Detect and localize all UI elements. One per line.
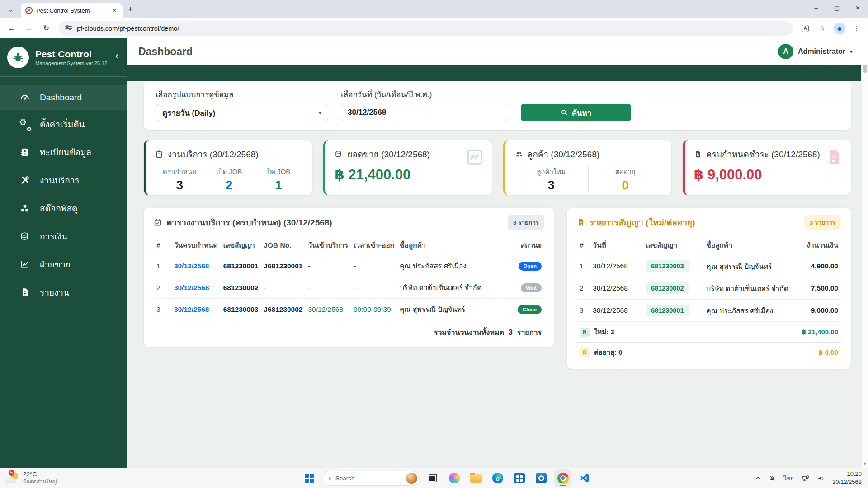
translate-icon[interactable]: A: [798, 22, 812, 35]
table-row[interactable]: 1 30/12/2568 681230003 คุณ สุพรรณี ปัญจั…: [577, 255, 841, 277]
stat-value: 3: [155, 178, 204, 192]
reload-button[interactable]: ↻: [39, 21, 53, 36]
contract-no-badge[interactable]: 681230001: [646, 305, 689, 316]
due-amount: ฿ 9,000.00: [694, 166, 842, 183]
sidebar-item-finance[interactable]: การเงิน: [0, 222, 127, 250]
amount: 4,900.00: [799, 255, 841, 277]
gears-icon: ⚙⚙: [19, 119, 31, 130]
sidebar-item-service-jobs[interactable]: งานบริการ: [0, 166, 127, 194]
due-date-link[interactable]: 30/12/2568: [171, 277, 221, 299]
edge-button[interactable]: e: [489, 469, 506, 487]
card-title: ครบกำหนดชำระ (30/12/2568): [706, 147, 820, 161]
taskbar-clock[interactable]: 10:20 30/12/2568: [832, 470, 862, 486]
taskbar-search-box[interactable]: ⌕ Search: [322, 471, 420, 486]
due-date-link[interactable]: 30/12/2568: [171, 255, 221, 277]
sidebar-item-sales[interactable]: ฝ่ายขาย: [0, 250, 127, 278]
contract-date: 30/12/2568: [590, 255, 643, 277]
card-title: ยอดขาย (30/12/2568): [347, 147, 430, 161]
customer-stat-card: ลูกค้า (30/12/2568) ลูกค้าใหม่3 ต่ออายุ0: [503, 140, 671, 195]
browser-profile-avatar[interactable]: ☻: [833, 22, 846, 35]
browser-tab-strip: ⌄ Pest Control System ✕ + – ▢ ✕: [0, 0, 868, 18]
new-tab-button[interactable]: +: [128, 5, 133, 14]
forward-button[interactable]: →: [22, 21, 36, 36]
browser-menu-icon[interactable]: ⋮: [850, 22, 863, 35]
due-date-link[interactable]: 30/12/2568: [171, 299, 221, 320]
amount: 9,000.00: [799, 300, 841, 322]
microsoft-store-button[interactable]: [511, 469, 528, 487]
filter-panel: เลือกรูปแบบการดูข้อมูล ดูรายวัน (Daily) …: [144, 81, 851, 130]
col-header: จำนวนเงิน: [799, 235, 841, 255]
stat-label: ครบกำหนด: [155, 166, 204, 177]
sidebar-item-initial-settings[interactable]: ⚙⚙ ตั้งค่าเริ่มต้น: [0, 110, 127, 138]
do-not-disturb-icon[interactable]: [769, 474, 776, 482]
vscode-button[interactable]: [576, 469, 593, 487]
clipboard-icon: [155, 150, 163, 158]
col-header: เลขสัญญา: [643, 235, 703, 255]
language-indicator[interactable]: ไทย: [783, 474, 794, 483]
volume-icon[interactable]: [817, 474, 825, 482]
service-stat-card: งานบริการ (30/12/2568) ครบกำหนด3 เปิด JO…: [144, 140, 312, 195]
summary-row-renew: Oต่ออายุ: 0 ฿ 0.00: [577, 342, 841, 362]
tab-close-icon[interactable]: ✕: [111, 7, 118, 14]
row-index: 3: [154, 299, 171, 320]
file-explorer-button[interactable]: [467, 469, 485, 487]
stat-value: 0: [589, 178, 662, 192]
window-close-button[interactable]: ✕: [847, 0, 868, 15]
status-badge: Wait: [521, 283, 542, 292]
table-row[interactable]: 2 30/12/2568 681230002 - - - บริษัท ดาต้…: [154, 277, 544, 299]
user-menu[interactable]: A Administrator ▾: [778, 44, 853, 59]
page-scrollbar[interactable]: ▲ ▼: [861, 38, 868, 468]
bookmark-star-icon[interactable]: ☆: [816, 22, 829, 35]
table-row[interactable]: 2 30/12/2568 681230002 บริษัท ดาต้าเซ็นเ…: [577, 277, 841, 300]
outlook-button[interactable]: [533, 469, 550, 487]
search-button[interactable]: ค้นหา: [521, 104, 631, 121]
row-index: 2: [154, 277, 171, 299]
sidebar-item-label: การเงิน: [40, 230, 67, 243]
weather-widget[interactable]: 5 22°C มีแดดส่วนใหญ่: [0, 471, 190, 486]
sidebar-collapse-icon[interactable]: ‹: [115, 50, 118, 62]
address-bar[interactable]: pf-clouds.com/pf-pestcontrol/demo/: [59, 21, 793, 36]
search-button-label: ค้นหา: [572, 107, 592, 119]
brand-title: Pest Control: [35, 49, 107, 60]
sidebar-item-stock[interactable]: สต๊อกพัสดุ: [0, 194, 127, 222]
col-header: JOB No.: [261, 235, 305, 255]
table-row[interactable]: 3 30/12/2568 681230001 คุณ ประภัสสร ศรีเ…: [577, 300, 841, 322]
sidebar-item-dashboard[interactable]: Dashboard: [0, 85, 127, 110]
status-badge: Open: [519, 262, 542, 271]
tab-search-icon[interactable]: ⌄: [5, 3, 17, 16]
window-maximize-button[interactable]: ▢: [826, 0, 847, 15]
pest-control-logo-icon: [7, 47, 29, 68]
chrome-button[interactable]: [554, 469, 571, 487]
search-placeholder: Search: [335, 475, 402, 482]
contract-table: # วันที่ เลขสัญญา ชื่อลูกค้า จำนวนเงิน 1…: [577, 235, 841, 322]
table-row[interactable]: 3 30/12/2568 681230003 J681230002 30/12/…: [154, 299, 544, 320]
table-row[interactable]: 1 30/12/2568 681230001 J681230001 - - คุ…: [154, 255, 544, 277]
browser-tab[interactable]: Pest Control System ✕: [21, 3, 123, 18]
amount: 7,500.00: [799, 277, 841, 300]
window-minimize-button[interactable]: –: [806, 0, 826, 15]
back-button[interactable]: ←: [5, 21, 19, 36]
sidebar-item-data-registry[interactable]: ทะเบียนข้อมูล: [0, 138, 127, 166]
task-view-button[interactable]: [424, 469, 441, 487]
col-header: #: [577, 235, 590, 255]
scroll-down-icon[interactable]: ▼: [863, 460, 867, 468]
copilot-button[interactable]: [446, 469, 463, 487]
sidebar-item-reports[interactable]: รายงาน: [0, 278, 127, 306]
start-button[interactable]: [301, 469, 318, 487]
search-icon: ⌕: [328, 474, 332, 482]
network-icon[interactable]: [801, 474, 810, 482]
view-mode-value: ดูรายวัน (Daily): [162, 107, 216, 119]
view-mode-select[interactable]: ดูรายวัน (Daily) ▾: [156, 104, 328, 121]
site-settings-icon[interactable]: [65, 25, 72, 32]
user-avatar: A: [778, 44, 793, 59]
service-date: 30/12/2568: [306, 299, 351, 320]
folder-icon: [470, 474, 482, 483]
sidebar-item-label: ฝ่ายขาย: [40, 258, 71, 271]
contract-no-badge[interactable]: 681230003: [646, 260, 689, 272]
tray-chevron-up-icon[interactable]: [755, 475, 761, 481]
windows-logo-icon: [305, 474, 314, 483]
contract-no-badge[interactable]: 681230002: [646, 282, 689, 294]
vscode-icon: [579, 473, 590, 483]
date-input[interactable]: [341, 104, 508, 121]
task-view-icon: [428, 474, 437, 482]
